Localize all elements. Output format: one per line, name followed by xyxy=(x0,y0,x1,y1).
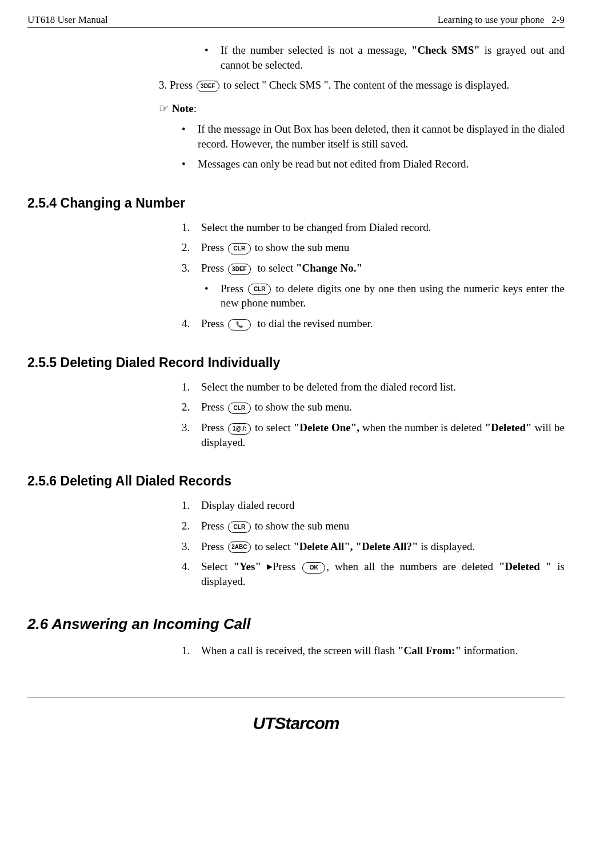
sec255-step1: 1.Select the number to be deleted from t… xyxy=(182,380,565,395)
bullet-check-sms: • If the number selected is not a messag… xyxy=(205,43,565,72)
sec256-step1: 1.Display dialed record xyxy=(182,498,565,513)
sec256-step2: 2. Press CLR to show the sub menu xyxy=(182,519,565,533)
sec254-step4: 4. Press 📞 to dial the revised number. xyxy=(182,316,565,331)
heading-2-5-5: 2.5.5 Deleting Dialed Record Individuall… xyxy=(27,354,565,372)
sec254-sub-bullet: • Press CLR to delete digits one by one … xyxy=(205,281,565,310)
sec254-step1: 1.Select the number to be changed from D… xyxy=(182,220,565,235)
triangle-right-icon: ▶ xyxy=(267,562,273,572)
key-3def-icon: 3DEF xyxy=(228,264,251,275)
sec255-step3: 3. Press 1@./: to select "Delete One", w… xyxy=(182,420,565,449)
pointing-hand-icon: ☞ xyxy=(159,102,169,114)
note-bullet-2: • Messages can only be read but not edit… xyxy=(182,157,565,172)
sec255-step2: 2. Press CLR to show the sub menu. xyxy=(182,400,565,415)
key-2abc-icon: 2ABC xyxy=(228,541,251,553)
heading-2-6: 2.6 Answering an Incoming Call xyxy=(27,614,565,634)
page-header: UT618 User Manual Learning to use your p… xyxy=(27,14,565,28)
body-content: • If the number selected is not a messag… xyxy=(27,43,565,658)
key-clr-icon: CLR xyxy=(228,403,251,414)
footer-divider xyxy=(27,698,565,698)
note-label: ☞ Note: xyxy=(159,98,565,118)
key-clr-icon: CLR xyxy=(248,284,271,295)
sec256-step3: 3. Press 2ABC to select "Delete All", "D… xyxy=(182,539,565,554)
key-1-icon: 1@./: xyxy=(228,423,251,435)
header-right: Learning to use your phone 2-9 xyxy=(438,14,565,27)
step-3-press-check-sms: 3. Press 3DEF to select " Check SMS ". T… xyxy=(159,78,565,93)
sec256-step4: 4. Select "Yes" ▶Press OK, when all the … xyxy=(182,559,565,588)
header-left: UT618 User Manual xyxy=(27,14,108,27)
heading-2-5-4: 2.5.4 Changing a Number xyxy=(27,194,565,212)
page: UT618 User Manual Learning to use your p… xyxy=(0,0,592,758)
key-clr-icon: CLR xyxy=(228,521,251,533)
sec254-step2: 2. Press CLR to show the sub menu xyxy=(182,240,565,255)
note-bullet-1: • If the message in Out Box has been del… xyxy=(182,122,565,151)
key-clr-icon: CLR xyxy=(228,243,251,254)
sec254-step3: 3. Press 3DEF to select "Change No." xyxy=(182,261,565,276)
key-3def-icon: 3DEF xyxy=(197,81,219,92)
key-ok-icon: OK xyxy=(302,562,325,574)
key-call-icon: 📞 xyxy=(228,319,251,331)
sec26-step1: 1. When a call is received, the screen w… xyxy=(182,643,565,658)
brand-logo: UTStarcom xyxy=(27,712,565,735)
heading-2-5-6: 2.5.6 Deleting All Dialed Records xyxy=(27,472,565,490)
